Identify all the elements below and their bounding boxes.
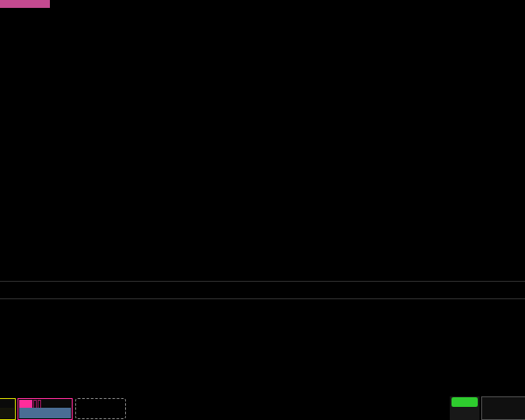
timebase-descriptor[interactable] bbox=[481, 396, 525, 420]
divider bbox=[0, 298, 525, 299]
waveform-grid bbox=[0, 0, 525, 282]
channel-c2-descriptor[interactable] bbox=[18, 398, 73, 420]
hd-badge[interactable] bbox=[452, 397, 478, 407]
trace-descriptor-tag[interactable] bbox=[0, 0, 50, 8]
c2-volts-per-div bbox=[19, 408, 71, 418]
channel-c1-descriptor[interactable] bbox=[0, 398, 16, 420]
oscilloscope-screen bbox=[0, 0, 525, 420]
add-trace-button[interactable] bbox=[75, 398, 126, 419]
hd-mode-panel[interactable] bbox=[450, 396, 480, 420]
c1-volts-per-div bbox=[0, 408, 14, 418]
